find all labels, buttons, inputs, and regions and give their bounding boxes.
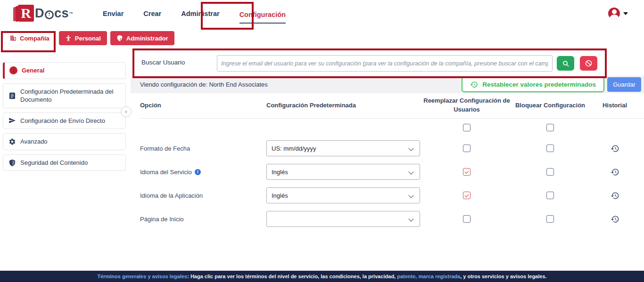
app-header: R Dcs™ Enviar Crear Administrar Configur… (0, 0, 644, 28)
rdocs-logo[interactable]: R Dcs™ (13, 5, 74, 22)
option-label: Página de Inicio (140, 216, 266, 223)
sidebar-item-general[interactable]: i General (3, 62, 126, 79)
lock-config-checkbox[interactable] (546, 145, 554, 152)
logo-wordmark: Dcs™ (34, 5, 74, 22)
chevron-down-icon (408, 216, 413, 221)
select-all-row (140, 119, 644, 137)
settings-content: Buscar Usuario Viendo configuración de: … (131, 49, 644, 271)
chevron-down-icon (623, 12, 628, 15)
lock-in-o-icon (45, 10, 54, 19)
legal-footer: Términos generales y avisos legales: Hag… (0, 271, 644, 282)
restore-icon (470, 81, 478, 89)
history-icon[interactable] (611, 191, 619, 200)
user-menu[interactable] (608, 8, 628, 19)
search-icon (562, 60, 570, 67)
building-icon (10, 35, 17, 41)
history-icon[interactable] (611, 215, 619, 224)
sidebar-item-configuracion-envio-directo[interactable]: Configuración de Envío Directo (3, 113, 126, 129)
sidebar-item-configuracion-predeterminada-documento[interactable]: Configuración Predeterminada del Documen… (3, 83, 126, 108)
patent-trademark-link[interactable]: patente, marca registrada (397, 274, 460, 279)
logo-pages-icon (13, 5, 18, 22)
viewing-configuration-bar: Viendo configuración de: North End Assoc… (131, 76, 644, 93)
nav-item-configuracion[interactable]: Configuración (239, 9, 286, 24)
app-language-select[interactable]: Inglés (266, 187, 420, 203)
footer-text: : Haga clic para ver los términos del ni… (187, 274, 397, 279)
rdocs-app: R Dcs™ Enviar Crear Administrar Configur… (0, 0, 644, 282)
info-icon[interactable]: i (195, 169, 201, 175)
table-row-idioma-del-servicio: Idioma del Servicioi Inglés (140, 160, 644, 184)
lock-config-checkbox[interactable] (546, 215, 554, 223)
gear-icon (8, 137, 16, 145)
lock-config-checkbox[interactable] (546, 192, 554, 199)
viewing-configuration-text: Viendo configuración de: North End Assoc… (131, 81, 268, 88)
info-icon: i (9, 66, 17, 74)
user-avatar-icon (608, 8, 620, 19)
replace-users-checkbox[interactable] (463, 145, 471, 152)
table-header-row: Opción Configuración Predeterminada Reem… (140, 93, 644, 119)
tab-label: Personal (75, 35, 101, 42)
logo-cs: cs (54, 6, 69, 21)
replace-users-checkbox[interactable] (463, 168, 471, 176)
search-input[interactable] (217, 55, 553, 72)
select-value: Inglés (272, 192, 288, 199)
select-value: Inglés (272, 169, 288, 176)
ban-icon (585, 59, 593, 67)
save-button[interactable]: Guardar (607, 77, 641, 92)
reset-defaults-label: Restablecer valores predeterminados (482, 81, 596, 88)
option-label: Formato de Fecha (140, 145, 266, 152)
sidebar-item-label: Configuración de Envío Directo (20, 117, 105, 125)
main-layout: i General Configuración Predeterminada d… (0, 49, 644, 271)
sidebar-item-label: Configuración Predeterminada del Documen… (20, 88, 121, 104)
search-label: Buscar Usuario (141, 59, 185, 66)
settings-sidebar: i General Configuración Predeterminada d… (0, 49, 131, 271)
option-label: Idioma del Servicio (140, 169, 192, 176)
chevron-down-icon (408, 169, 413, 174)
replace-users-checkbox[interactable] (463, 192, 471, 199)
terms-link[interactable]: Términos generales y avisos legales (97, 274, 187, 279)
select-all-lock-checkbox[interactable] (546, 124, 554, 131)
sidebar-item-label: Seguridad del Contenido (20, 159, 88, 167)
replace-users-checkbox[interactable] (463, 215, 471, 223)
settings-table: Opción Configuración Predeterminada Reem… (131, 93, 644, 271)
chevron-down-icon (408, 145, 413, 151)
nav-item-crear[interactable]: Crear (143, 8, 161, 19)
user-search-row: Buscar Usuario (131, 51, 644, 75)
sidebar-item-label: Avanzado (20, 137, 48, 146)
column-header-configuracion-predeterminada: Configuración Predeterminada (266, 101, 422, 110)
table-row-formato-de-fecha: Formato de Fecha US: mm/dd/yyyy (140, 137, 644, 160)
settings-scope-tabs: Compañía Personal Administrador (0, 27, 644, 49)
tab-compania[interactable]: Compañía (4, 31, 56, 45)
logo-r-mark: R (18, 5, 34, 22)
service-language-select[interactable]: Inglés (266, 164, 420, 180)
nav-item-enviar[interactable]: Enviar (103, 8, 124, 19)
footer-text: , y otros servicios y avisos legales. (460, 274, 546, 279)
chevron-down-icon (408, 193, 413, 198)
date-format-select[interactable]: US: mm/dd/yyyy (266, 140, 420, 156)
sidebar-item-avanzado[interactable]: Avanzado (3, 133, 126, 150)
select-all-replace-checkbox[interactable] (463, 124, 471, 131)
tab-administrador[interactable]: Administrador (110, 31, 174, 45)
person-icon (65, 35, 72, 41)
clear-search-button[interactable] (580, 56, 597, 71)
send-icon (8, 117, 16, 125)
shield-icon (8, 159, 16, 167)
shield-admin-icon (116, 35, 123, 41)
history-icon[interactable] (611, 168, 619, 177)
sidebar-item-label: General (22, 66, 44, 75)
history-icon[interactable] (611, 144, 619, 153)
start-page-select[interactable] (266, 211, 420, 227)
column-header-historial: Historial (589, 101, 641, 110)
sidebar-item-seguridad-contenido[interactable]: Seguridad del Contenido (3, 154, 126, 171)
lock-config-checkbox[interactable] (546, 168, 554, 176)
option-label: Idioma de la Aplicación (140, 192, 266, 199)
search-button[interactable] (557, 56, 574, 71)
nav-item-administrar[interactable]: Administrar (181, 8, 219, 19)
tab-personal[interactable]: Personal (59, 31, 107, 45)
main-nav: Enviar Crear Administrar Configuración (103, 0, 286, 27)
sidebar-list: i General Configuración Predeterminada d… (0, 62, 131, 171)
reset-defaults-button[interactable]: Restablecer valores predeterminados (462, 77, 604, 92)
trademark-symbol: ™ (69, 11, 74, 16)
select-value: US: mm/dd/yyyy (272, 145, 316, 152)
sidebar-collapse-button[interactable]: ‹ (121, 106, 132, 117)
clipboard-icon (8, 92, 16, 100)
